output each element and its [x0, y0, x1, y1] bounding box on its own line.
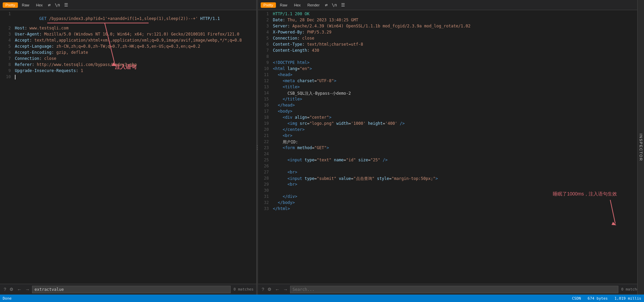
response-line-15: 15 </title>: [258, 97, 644, 103]
right-next-match[interactable]: →: [282, 286, 289, 293]
response-line-16: 16 </head>: [258, 103, 644, 109]
right-render-btn[interactable]: Render: [305, 2, 322, 8]
right-toolbar: Pretty Raw Hex Render ⇄ \n ☰: [258, 0, 644, 10]
left-toolbar: Pretty Raw Hex ⇄ \n ☰: [0, 0, 256, 10]
response-line-33: 33 </html>: [258, 206, 644, 212]
left-hex-btn[interactable]: Hex: [33, 2, 46, 8]
response-line-31: 31 </div>: [258, 194, 644, 200]
response-line-9: 9 <!DOCTYPE html>: [258, 60, 644, 66]
request-line-9: 9 Upgrade-Insecure-Requests: 1: [0, 68, 256, 74]
response-line-10: 10 <html lang="en">: [258, 66, 644, 72]
response-line-28: 28 <input type="submit" value="点击查询" sty…: [258, 176, 644, 182]
response-line-7: 7 Content-Length: 430: [258, 48, 644, 54]
response-line-20: 20 </center>: [258, 127, 644, 133]
response-line-14: 14 CSB_SQL注入-Bypass-小demo-2: [258, 91, 644, 97]
response-line-23: 23 <form method="GET">: [258, 145, 644, 152]
request-line-4: 4 Accept: text/html,application/xhtml+xm…: [0, 38, 256, 44]
request-line-3: 3 User-Agent: Mozilla/5.0 (Windows NT 10…: [0, 32, 256, 38]
response-line-29: 29 <br>: [258, 182, 644, 188]
left-code-area: 1 GET /bypass/index3.php?id=1'+anandd+if…: [0, 10, 256, 284]
response-line-26: 26: [258, 164, 644, 170]
response-line-13: 13 <title>: [258, 85, 644, 91]
right-panel: Pretty Raw Hex Render ⇄ \n ☰ 1 HTTP/1.1 …: [258, 0, 644, 295]
response-line-5: 5 Connection: close: [258, 36, 644, 42]
request-line-8: 8 Referer: http://www.testsqli.com/bypas…: [0, 62, 256, 68]
response-line-24: 24: [258, 152, 644, 158]
response-line-4: 4 X-Powered-By: PHP/5.3.29: [258, 30, 644, 36]
response-line-22: 22 用户ID:: [258, 139, 644, 145]
status-bar: Done CSDN 674 bytes 1,019 millis: [0, 295, 644, 302]
request-line-7: 7 Connection: close: [0, 56, 256, 62]
left-search-settings-icon[interactable]: ⚙: [8, 286, 15, 292]
left-next-match[interactable]: →: [24, 286, 31, 293]
right-pretty-btn[interactable]: Pretty: [261, 2, 276, 8]
response-line-27: 27 <br>: [258, 170, 644, 176]
left-search-input[interactable]: [32, 286, 231, 293]
response-line-8: 8: [258, 54, 644, 60]
response-line-18: 18 <div align="center">: [258, 115, 644, 121]
response-line-1: 1 HTTP/1.1 200 OK: [258, 11, 644, 18]
response-line-32: 32 </body>: [258, 200, 644, 206]
left-newline-icon[interactable]: \n: [53, 2, 61, 8]
right-hex-btn[interactable]: Hex: [291, 2, 304, 8]
response-line-11: 11 <head>: [258, 72, 644, 78]
response-line-2: 2 Date: Thu, 28 Dec 2023 13:40:25 GMT: [258, 18, 644, 24]
right-search-bar: ? ⚙ ← → 0 matches: [258, 284, 644, 295]
left-format-icon[interactable]: ⇄: [47, 2, 52, 8]
left-help-icon[interactable]: ?: [3, 286, 7, 292]
right-newline-icon[interactable]: \n: [330, 2, 338, 8]
inspector-label: INSPECTOR: [639, 134, 643, 161]
right-code-area: 1 HTTP/1.1 200 OK 2 Date: Thu, 28 Dec 20…: [258, 10, 644, 284]
left-match-count: 0 matches: [233, 287, 254, 292]
left-menu-icon[interactable]: ☰: [63, 2, 70, 8]
response-line-3: 3 Server: Apache/2.4.39 (Win64) OpenSSL/…: [258, 24, 644, 30]
request-line-1: 1 GET /bypass/index3.php?id=1'+anandd+if…: [0, 11, 256, 26]
response-line-6: 6 Content-Type: text/html;charset=utf-8: [258, 42, 644, 48]
request-line-5: 5 Accept-Language: zh-CN,zh;q=0.8,zh-TW;…: [0, 44, 256, 50]
request-line-10: 10: [0, 74, 256, 80]
left-panel: Pretty Raw Hex ⇄ \n ☰ 1 GET /bypass/inde…: [0, 0, 257, 295]
status-right: CSDN 674 bytes 1,019 millis: [572, 296, 641, 301]
right-format-icon[interactable]: ⇄: [324, 2, 329, 8]
right-menu-icon[interactable]: ☰: [340, 2, 346, 8]
left-raw-btn[interactable]: Raw: [19, 2, 32, 8]
inspector-tab[interactable]: INSPECTOR: [637, 0, 644, 295]
response-line-21: 21 <br>: [258, 133, 644, 139]
right-search-input[interactable]: [290, 286, 618, 293]
status-left: Done: [3, 296, 12, 301]
right-search-settings-icon[interactable]: ⚙: [266, 286, 273, 292]
response-line-30: 30: [258, 188, 644, 194]
left-search-bar: ? ⚙ ← → 0 matches: [0, 284, 256, 295]
request-line-6: 6 Accept-Encoding: gzip, deflate: [0, 50, 256, 56]
right-help-icon[interactable]: ?: [261, 286, 265, 292]
right-prev-match[interactable]: ←: [274, 286, 281, 293]
response-line-17: 17 <body>: [258, 109, 644, 115]
left-pretty-btn[interactable]: Pretty: [3, 2, 18, 8]
response-line-19: 19 <img src="logo.png" width='1000' heig…: [258, 121, 644, 127]
right-raw-btn[interactable]: Raw: [277, 2, 290, 8]
request-line-2: 2 Host: www.testsqli.com: [0, 26, 256, 32]
response-line-12: 12 <meta charset="UTF-8">: [258, 78, 644, 85]
left-prev-match[interactable]: ←: [16, 286, 23, 293]
response-line-25: 25 <input type="text" name="id" size="25…: [258, 158, 644, 164]
